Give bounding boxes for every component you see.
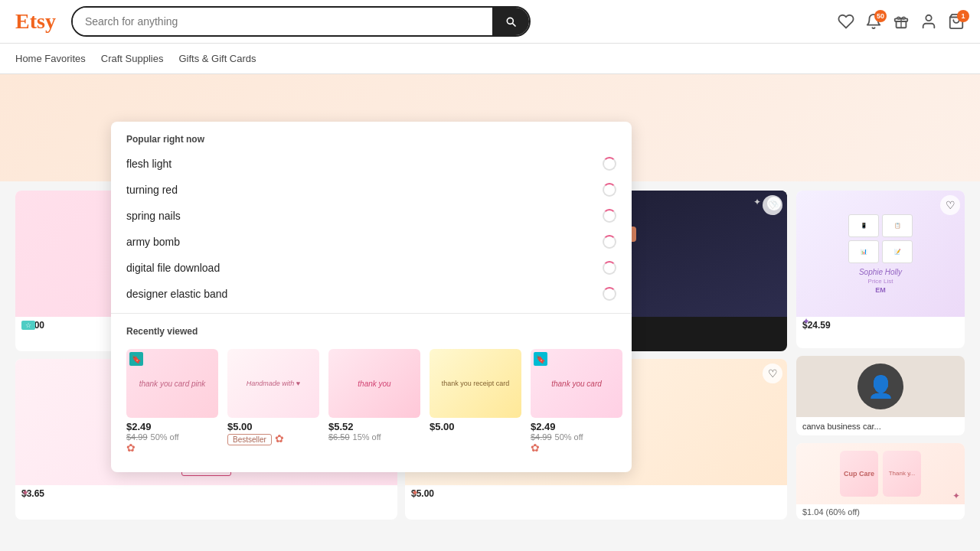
favorite-btn-em[interactable]: ♡ (940, 195, 960, 215)
popular-section-title: Popular right now (111, 134, 632, 151)
recent-product-price-3: $5.52 (328, 421, 420, 432)
nav-home-favorites[interactable]: Home Favorites (15, 50, 86, 67)
recent-product-original-1: $4.99 (126, 432, 148, 442)
special-badge-1: ☆ (21, 321, 35, 330)
dropdown-divider (111, 313, 632, 314)
nav-gifts[interactable]: Gifts & Gift Cards (178, 50, 256, 67)
recent-product-discount-5: 50% off (555, 432, 583, 442)
hero-section: Popular right now flesh light turning re… (0, 74, 980, 181)
notifications-icon-wrap[interactable]: 50 (865, 13, 882, 30)
recent-product-img-4: thank you receipt card (430, 349, 521, 418)
cart-badge: 1 (957, 10, 969, 22)
recent-product-1[interactable]: thank you card pink 🔖 $2.49 $4.99 50% of… (126, 349, 218, 454)
dropdown-item-turning-red[interactable]: turning red (111, 177, 632, 203)
product-image-em: 📱 📋 📊 📝 Sophie Holly Price List EM (796, 191, 965, 317)
craft-icon-1: ✿ (126, 442, 136, 454)
search-bar (71, 6, 531, 37)
sparkle-icon-cup: ✦ (952, 491, 960, 501)
cart-icon-wrap[interactable]: 1 (948, 13, 965, 30)
account-icon-wrap[interactable] (920, 13, 937, 30)
search-button[interactable] (492, 8, 529, 35)
gift-icon-wrap[interactable] (893, 13, 910, 30)
favorites-icon-wrap[interactable] (838, 13, 854, 30)
loading-spinner (603, 157, 616, 171)
nav-icons: 50 1 (838, 13, 965, 30)
favorite-btn-4[interactable]: ♡ (763, 364, 782, 383)
dropdown-item-flesh-light[interactable]: flesh light (111, 151, 632, 177)
loading-spinner (603, 209, 616, 223)
favorite-btn-2[interactable]: ♡ (763, 195, 782, 215)
dropdown-item-designer-elastic[interactable]: designer elastic band (111, 281, 632, 307)
dropdown-item-text: turning red (126, 184, 178, 196)
second-nav: Home Favorites Craft Supplies Gifts & Gi… (0, 44, 980, 74)
recent-product-price-1: $2.49 (126, 421, 218, 432)
recent-products-list: thank you card pink 🔖 $2.49 $4.99 50% of… (111, 343, 632, 460)
recent-product-img-5: thank you card 🔖 (531, 349, 622, 418)
recently-viewed-title: Recently viewed (111, 320, 632, 343)
recent-product-2[interactable]: Handmade with ♥ $5.00 Bestseller ✿ (227, 349, 319, 454)
nav-craft-supplies[interactable]: Craft Supplies (101, 50, 164, 67)
recent-product-discount-3: 15% off (353, 432, 381, 442)
bookmark-icon-1: 🔖 (129, 352, 143, 366)
craft-icon-2: ✿ (275, 432, 284, 445)
dropdown-item-army-bomb[interactable]: army bomb (111, 229, 632, 255)
bookmark-icon-5: 🔖 (534, 352, 547, 366)
dropdown-item-text: flesh light (126, 158, 172, 170)
top-bar: Etsy 50 1 (0, 0, 980, 44)
bestseller-badge: Bestseller (227, 434, 272, 445)
canva-label: canva business car... (796, 417, 965, 435)
loading-spinner (603, 261, 616, 275)
dropdown-item-text: designer elastic band (126, 288, 227, 300)
recent-product-discount-1: 50% off (151, 432, 179, 442)
dropdown-item-text: army bomb (126, 236, 180, 248)
sparkle-icon-2: ✦ (753, 197, 761, 207)
recent-product-price-5: $2.49 (531, 421, 622, 432)
right-panel: 📱 📋 📊 📝 Sophie Holly Price List EM $24.5… (796, 191, 965, 520)
cup-care-price: $1.04 (60% off) (796, 504, 965, 520)
product-price-3: $3.65 (15, 485, 397, 502)
recent-product-img-2: Handmade with ♥ (227, 349, 319, 418)
loading-spinner (603, 287, 616, 301)
recent-product-original-5: $4.99 (531, 432, 552, 442)
loading-spinner (603, 235, 616, 249)
craft-icon-5: ✿ (531, 442, 540, 454)
sparkle-icon-3: ✦ (21, 487, 29, 498)
product-card-em-system[interactable]: 📱 📋 📊 📝 Sophie Holly Price List EM $24.5… (796, 191, 965, 348)
sparkle-icon-4: ✦ (411, 487, 419, 498)
recent-product-price-2: $5.00 (227, 421, 319, 432)
notifications-badge: 50 (874, 10, 887, 22)
search-dropdown: Popular right now flesh light turning re… (111, 122, 632, 472)
search-input[interactable] (73, 8, 492, 35)
canva-avatar-area: 👤 (796, 356, 965, 417)
sparkle-icon-em: ✦ (802, 316, 810, 327)
recent-product-img-1: thank you card pink 🔖 (126, 349, 218, 418)
recent-product-img-3: thank you (328, 349, 420, 418)
product-price-4: $5.00 (405, 485, 787, 502)
recent-product-3[interactable]: thank you $5.52 $6.50 15% off (328, 349, 420, 454)
loading-spinner (603, 183, 616, 197)
canva-card[interactable]: 👤 canva business car... (796, 356, 965, 435)
cup-care-image: Cup Care Thank y... (796, 443, 965, 504)
dropdown-item-text: spring nails (126, 210, 181, 222)
cup-care-card[interactable]: Cup Care Thank y... $1.04 (60% off) ✦ (796, 443, 965, 520)
dropdown-item-digital-file[interactable]: digital file download (111, 255, 632, 281)
product-price-em: $24.59 (796, 317, 965, 334)
recent-product-price-4: $5.00 (430, 421, 521, 432)
recent-product-original-3: $6.50 (328, 432, 350, 442)
dropdown-item-text: digital file download (126, 262, 220, 274)
recent-product-4[interactable]: thank you receipt card $5.00 (430, 349, 521, 454)
etsy-logo[interactable]: Etsy (15, 9, 56, 34)
recent-product-5[interactable]: thank you card 🔖 $2.49 $4.99 50% off ✿ (531, 349, 622, 454)
dropdown-item-spring-nails[interactable]: spring nails (111, 203, 632, 229)
